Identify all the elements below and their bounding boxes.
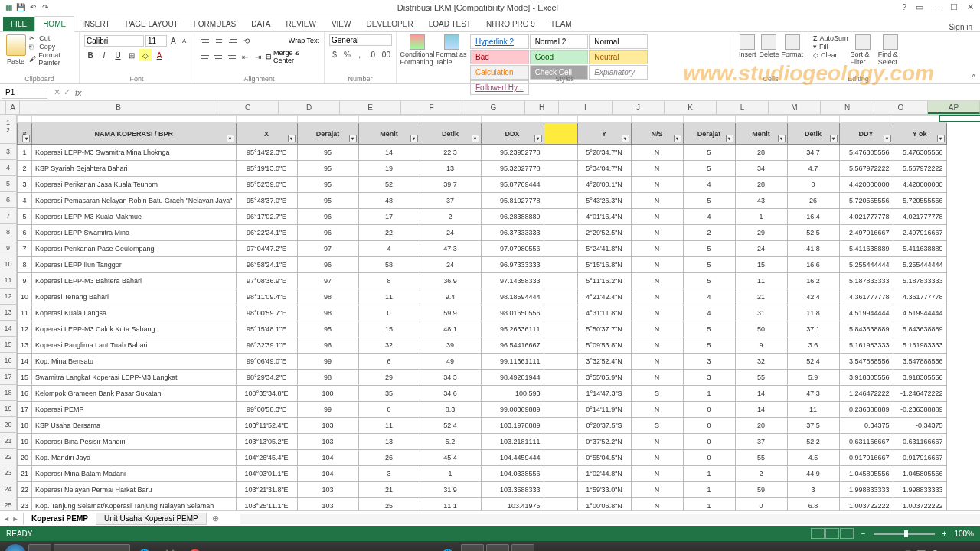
row-header[interactable]: 25	[0, 497, 17, 510]
save-button[interactable]: 💾	[15, 2, 26, 13]
filter-button[interactable]: ▾	[472, 135, 479, 142]
filter-button[interactable]: ▾	[674, 135, 681, 142]
task-opera[interactable]: ⭕	[183, 544, 206, 552]
table-header[interactable]: Derajat▾	[297, 123, 358, 145]
task-app3[interactable]: ▣	[385, 544, 408, 552]
tab-formulas[interactable]: FORMULAS	[186, 17, 244, 31]
row-header[interactable]: 13	[0, 305, 17, 321]
autosum-button[interactable]: Σ AutoSum	[813, 34, 848, 42]
bold-button[interactable]: B	[84, 49, 96, 61]
select-all-corner[interactable]	[0, 101, 6, 114]
maximize-button[interactable]: ☐	[950, 2, 958, 12]
align-middle-button[interactable]	[213, 35, 225, 46]
table-row[interactable]: 14Kop. Mina Bensatu99°06'49.0"E9964999.1…	[18, 354, 947, 370]
column-header[interactable]: A	[6, 101, 20, 114]
zoom-slider[interactable]	[874, 533, 935, 535]
row-header[interactable]: 7	[0, 208, 17, 224]
comma-button[interactable]: ,	[354, 48, 365, 60]
fx-icon[interactable]: fx	[75, 88, 85, 97]
task-explorer[interactable]: 📁	[28, 544, 51, 552]
filter-button[interactable]: ▾	[622, 135, 629, 142]
task-word[interactable]: W	[335, 544, 358, 552]
align-bottom-button[interactable]	[227, 35, 239, 46]
column-header[interactable]: AP	[928, 101, 980, 114]
table-row[interactable]: 16Kelompok Grameen Bank Pasar Sukatani10…	[18, 386, 947, 402]
page-break-view-button[interactable]	[840, 528, 854, 539]
table-row[interactable]: 6Koperasi LEPP Swamitra Mina96°22'24.1"E…	[18, 225, 947, 241]
table-row[interactable]: 5Koperasi LEPP-M3 Kuala Makmue96°17'02.7…	[18, 209, 947, 225]
align-right-button[interactable]	[226, 51, 237, 62]
decrease-decimal-button[interactable]: .00	[379, 48, 391, 60]
task-app4[interactable]: ◆	[410, 544, 433, 552]
task-path[interactable]: C:\Users\Lenovo\...	[54, 544, 130, 552]
task-notepad[interactable]: ▭	[309, 544, 332, 552]
table-header[interactable]: DDY▾	[839, 123, 893, 145]
table-row[interactable]: 10Koperasi Tenang Bahari98°11'09.4"E9811…	[18, 289, 947, 305]
filter-button[interactable]: ▾	[884, 135, 891, 142]
table-row[interactable]: 11Koperasi Kuala Langsa98°00'59.7"E98059…	[18, 305, 947, 321]
zoom-out-button[interactable]: −	[861, 530, 866, 538]
orientation-button[interactable]: ⟲	[240, 34, 253, 47]
border-button[interactable]: ⊞	[126, 49, 138, 61]
table-row[interactable]: 18KSP Usaha Bersama103°11'52.4"E1031152.…	[18, 418, 947, 434]
table-row[interactable]: 9Koperasi LEPP-M3 Bahtera Bahari97°08'36…	[18, 273, 947, 289]
align-top-button[interactable]	[199, 35, 211, 46]
task-app2[interactable]: ◧	[284, 544, 307, 552]
task-edge[interactable]: e	[234, 544, 256, 552]
table-row[interactable]: 20Kop. Mandiri Jaya104°26'45.4"E1042645.…	[18, 450, 947, 466]
row-header[interactable]: 17	[0, 369, 17, 385]
decrease-indent-button[interactable]: ⇤	[239, 51, 250, 63]
row-header[interactable]: 4	[0, 160, 17, 176]
increase-decimal-button[interactable]: .0	[367, 48, 377, 60]
table-header[interactable]: DDX▾	[481, 123, 544, 145]
clear-button[interactable]: ◇ Clear	[813, 51, 848, 59]
task-app6[interactable]: ▤	[511, 544, 534, 552]
tab-data[interactable]: DATA	[243, 17, 278, 31]
tab-view[interactable]: VIEW	[324, 17, 359, 31]
row-header[interactable]: 15	[0, 337, 17, 353]
table-header[interactable]: #▾	[18, 123, 32, 145]
worksheet-grid[interactable]: ABCDEFGHIJKLMNOAP 1234567891011121314151…	[0, 101, 980, 510]
tab-home[interactable]: HOME	[34, 16, 74, 32]
wrap-text-button[interactable]: Wrap Text	[289, 37, 319, 44]
filter-button[interactable]: ▾	[288, 135, 296, 142]
align-left-button[interactable]	[199, 51, 211, 62]
row-header[interactable]: 12	[0, 289, 17, 305]
normal-view-button[interactable]	[811, 528, 825, 539]
table-header[interactable]: Y▾	[577, 123, 631, 145]
table-row[interactable]: 8Koperasi LEPP Ilun Tanggor96°58'24.1"E9…	[18, 257, 947, 273]
name-box[interactable]	[2, 86, 47, 99]
collapse-ribbon-button[interactable]: ^	[972, 73, 975, 82]
increase-indent-button[interactable]: ⇥	[253, 51, 264, 63]
undo-button[interactable]: ↶	[28, 2, 38, 13]
style-good[interactable]: Good	[530, 50, 589, 64]
close-button[interactable]: ✕	[967, 2, 974, 12]
row-header[interactable]: 3	[0, 144, 17, 160]
format-as-table-button[interactable]: Format as Table	[436, 34, 468, 95]
table-row[interactable]: 12Koperasi LEPP-M3 Calok Kota Sabang95°1…	[18, 321, 947, 337]
filter-button[interactable]: ▾	[937, 135, 945, 142]
table-row[interactable]: 15Swamitra Langkat Koperasi LEPP-M3 Lang…	[18, 370, 947, 386]
cell-styles-gallery[interactable]: Hyperlink 2 Normal 2 Normal Bad Good Neu…	[470, 34, 648, 95]
table-header[interactable]	[544, 123, 577, 145]
new-sheet-button[interactable]: ⊕	[206, 512, 225, 525]
table-header[interactable]: Detik▾	[420, 123, 481, 145]
conditional-formatting-button[interactable]: Conditional Formatting	[401, 34, 433, 95]
row-header[interactable]: 21	[0, 433, 17, 449]
column-header[interactable]: J	[612, 101, 665, 114]
table-row[interactable]: 22Koperasi Nelayan Permai Harkat Baru103…	[18, 482, 947, 498]
table-header[interactable]: Derajat▾	[683, 123, 735, 145]
column-header[interactable]: C	[217, 101, 279, 114]
tab-file[interactable]: FILE	[3, 17, 34, 31]
column-header[interactable]: M	[769, 101, 821, 114]
horizontal-scrollbar[interactable]	[240, 514, 980, 524]
font-size-select[interactable]	[145, 35, 167, 47]
table-row[interactable]: 7Koperasi Perikanan Pase Geulompang97°04…	[18, 241, 947, 257]
filter-button[interactable]: ▾	[726, 135, 733, 142]
filter-button[interactable]: ▾	[830, 135, 838, 142]
task-chrome2[interactable]: 🌐	[436, 544, 459, 552]
column-header[interactable]: G	[462, 101, 525, 114]
column-header[interactable]: B	[20, 101, 217, 114]
table-row[interactable]: 1Koperasi LEPP-M3 Swamitra Mina Lhoknga9…	[18, 145, 947, 161]
ribbon-display-icon[interactable]: ▭	[916, 2, 923, 12]
